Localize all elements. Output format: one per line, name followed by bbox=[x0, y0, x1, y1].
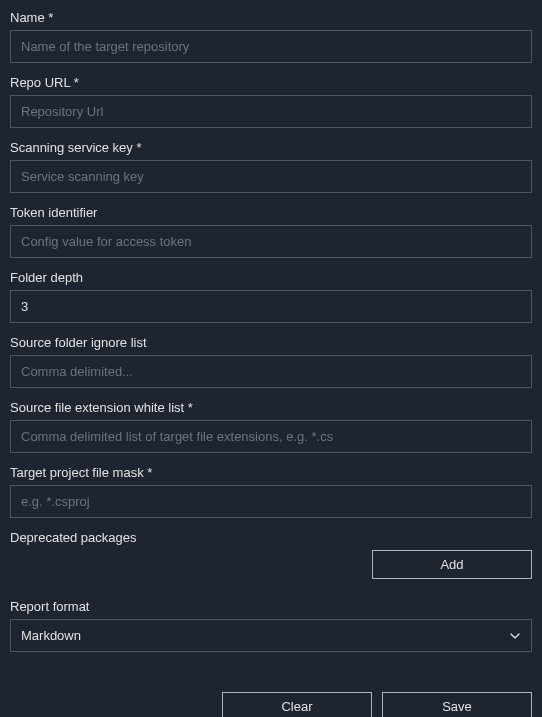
folder-depth-input[interactable] bbox=[10, 290, 532, 323]
name-label: Name * bbox=[10, 10, 532, 25]
folder-depth-label: Folder depth bbox=[10, 270, 532, 285]
scanning-service-key-input[interactable] bbox=[10, 160, 532, 193]
scanning-service-key-label: Scanning service key * bbox=[10, 140, 532, 155]
token-identifier-label: Token identifier bbox=[10, 205, 532, 220]
target-project-mask-label: Target project file mask * bbox=[10, 465, 532, 480]
source-folder-ignore-input[interactable] bbox=[10, 355, 532, 388]
source-file-ext-whitelist-input[interactable] bbox=[10, 420, 532, 453]
repo-url-label: Repo URL * bbox=[10, 75, 532, 90]
source-folder-ignore-label: Source folder ignore list bbox=[10, 335, 532, 350]
clear-button[interactable]: Clear bbox=[222, 692, 372, 717]
save-button[interactable]: Save bbox=[382, 692, 532, 717]
report-format-select[interactable]: Markdown bbox=[10, 619, 532, 652]
repo-url-input[interactable] bbox=[10, 95, 532, 128]
name-input[interactable] bbox=[10, 30, 532, 63]
report-format-label: Report format bbox=[10, 599, 532, 614]
deprecated-packages-label: Deprecated packages bbox=[10, 530, 532, 545]
token-identifier-input[interactable] bbox=[10, 225, 532, 258]
add-button[interactable]: Add bbox=[372, 550, 532, 579]
target-project-mask-input[interactable] bbox=[10, 485, 532, 518]
source-file-ext-whitelist-label: Source file extension white list * bbox=[10, 400, 532, 415]
